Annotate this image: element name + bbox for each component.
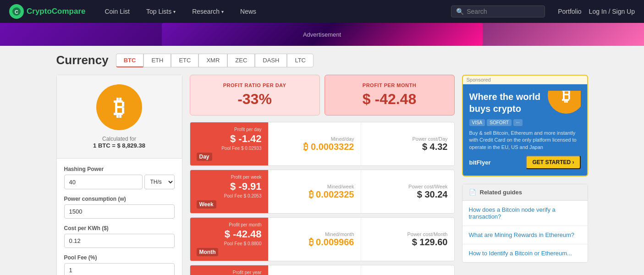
logo-text-compare: Compare (52, 7, 86, 16)
navbar: C CryptoCompare Coin List Top Lists ▾ Re… (0, 0, 644, 23)
day-tag: Day (197, 153, 212, 161)
power-consumption-label: Power consumption (w) (64, 196, 175, 202)
main-grid: ₿ Calculated for 1 BTC = $ 8,829.38 Hash… (56, 75, 588, 275)
ad-title-area: ₿ Where the world buys crypto (469, 91, 581, 119)
month-mined-label: Mined/month (275, 231, 354, 237)
month-mined-cell: Mined/month ₿ 0.009966 (268, 218, 361, 261)
currency-header: Currency BTC ETH ETC XMR ZEC DASH LTC (56, 53, 588, 67)
power-consumption-input[interactable] (64, 204, 175, 219)
coin-icon: ₿ (96, 84, 142, 130)
other-icons: ··· (513, 119, 523, 126)
coin-header: ₿ Calculated for 1 BTC = $ 8,829.38 (57, 75, 182, 159)
table-row: Profit per year $ -516.87 Pool Fee $ 10.… (190, 265, 455, 275)
search-bar: 🔍 (451, 6, 545, 17)
svg-text:C: C (15, 9, 18, 15)
calc-value: 1 BTC = $ 8,829.38 (93, 142, 145, 149)
left-panel: ₿ Calculated for 1 BTC = $ 8,829.38 Hash… (56, 75, 182, 275)
visa-icon: VISA (469, 119, 485, 126)
day-profit-value: $ -1.42 (197, 133, 262, 145)
month-profit-label: Profit per month (197, 222, 262, 227)
login-link[interactable]: Log In / Sign Up (589, 8, 635, 15)
hashing-power-label: Hashing Power (64, 166, 175, 172)
week-mined-value: ₿ 0.002325 (275, 189, 354, 200)
pool-fee-input[interactable] (64, 263, 175, 275)
day-power-cell: Power cost/Day $ 4.32 (361, 122, 454, 165)
month-power-value: $ 129.60 (368, 237, 448, 248)
logo-text-crypto: Crypto (27, 7, 52, 16)
hashing-power-group: Hashing Power TH/s GH/s MH/s (64, 166, 175, 189)
cost-kwh-label: Cost per KWh ($) (64, 225, 175, 231)
week-tag: Week (197, 200, 216, 209)
hashing-power-input[interactable] (64, 175, 143, 189)
ad-box[interactable]: Sponsored ₿ Where the world buys crypto … (462, 75, 588, 176)
year-profit-cell: Profit per year $ -516.87 Pool Fee $ 10.… (190, 265, 268, 275)
tab-ltc[interactable]: LTC (287, 54, 314, 67)
week-pool-fee: Pool Fee $ 0.2053 (197, 193, 262, 198)
page-title: Currency (56, 53, 109, 67)
logo-icon: C (9, 4, 24, 19)
month-tag: Month (197, 248, 219, 256)
nav-top-lists[interactable]: Top Lists ▾ (140, 0, 182, 23)
year-power-cell: Power cost/Year $ 1,576.80 (361, 265, 454, 275)
nav-top-lists-label: Top Lists (146, 8, 171, 15)
power-consumption-group: Power consumption (w) (64, 196, 175, 219)
week-power-label: Power cost/Week (368, 184, 448, 189)
nav-coin-list[interactable]: Coin List (98, 0, 136, 23)
chevron-down-icon: ▾ (173, 9, 176, 14)
year-profit-label: Profit per year (197, 270, 262, 275)
table-row: Profit per month $ -42.48 Pool Fee $ 0.8… (190, 217, 455, 261)
day-pool-fee: Pool Fee $ 0.02933 (197, 146, 262, 151)
ad-description: Buy & sell Bitcoin, Ethereum and more in… (469, 130, 581, 151)
tab-dash[interactable]: DASH (255, 54, 287, 67)
day-profit-label: Profit per day (197, 127, 262, 132)
profit-month-label: PROFIT PER MONTH (334, 82, 445, 88)
nav-research[interactable]: Research ▾ (186, 0, 230, 23)
btc-symbol: ₿ (114, 95, 125, 120)
cost-kwh-input[interactable] (64, 234, 175, 248)
week-profit-value: $ -9.91 (197, 181, 262, 192)
tab-etc[interactable]: ETC (171, 54, 198, 67)
list-item[interactable]: What are Mining Rewards in Ethereum? (462, 226, 588, 244)
table-row: Profit per week $ -9.91 Pool Fee $ 0.205… (190, 170, 455, 214)
logo[interactable]: C CryptoCompare (9, 4, 85, 19)
related-guides-header: 📄 Related guides (462, 184, 588, 201)
day-mined-cell: Mined/day ₿ 0.0003322 (268, 122, 361, 165)
ad-cta-button[interactable]: GET STARTED › (526, 155, 580, 169)
banner: Advertisement (0, 23, 644, 46)
right-panel: Sponsored ₿ Where the world buys crypto … (462, 75, 588, 275)
week-power-cell: Power cost/Week $ 30.24 (361, 170, 454, 213)
ad-payment-icons: VISA SOFORT ··· (469, 119, 581, 126)
tab-btc[interactable]: BTC (116, 54, 144, 67)
profit-month-value: $ -42.48 (334, 91, 445, 108)
day-power-label: Power cost/Day (368, 136, 448, 142)
profit-table: Profit per day $ -1.42 Pool Fee $ 0.0293… (190, 122, 455, 275)
logo-text: CryptoCompare (27, 7, 85, 16)
banner-text: Advertisement (303, 31, 341, 38)
ad-logo-row: bitFlyer GET STARTED › (469, 155, 581, 169)
tab-zec[interactable]: ZEC (227, 54, 255, 67)
profit-ratio-label: PROFIT RATIO PER DAY (199, 82, 310, 88)
profit-ratio-box: PROFIT RATIO PER DAY -33% (190, 75, 320, 116)
month-mined-value: ₿ 0.009966 (275, 237, 354, 248)
list-item[interactable]: How does a Bitcoin node verify a transac… (462, 201, 588, 226)
table-row: Profit per day $ -1.42 Pool Fee $ 0.0293… (190, 122, 455, 166)
currency-tabs: BTC ETH ETC XMR ZEC DASH LTC (116, 54, 314, 67)
tab-xmr[interactable]: XMR (198, 54, 227, 67)
profit-month-box: PROFIT PER MONTH $ -42.48 (325, 75, 455, 116)
page-content: Currency BTC ETH ETC XMR ZEC DASH LTC ₿ … (47, 46, 597, 275)
list-item[interactable]: How to Identify a Bitcoin or Ethereum... (462, 244, 588, 262)
nav-actions: Portfolio Log In / Sign Up (558, 8, 635, 15)
portfolio-link[interactable]: Portfolio (558, 8, 581, 15)
search-input[interactable] (467, 8, 540, 15)
pool-fee-group: Pool Fee (%) (64, 254, 175, 275)
nav-news[interactable]: News (234, 0, 263, 23)
mining-form: Hashing Power TH/s GH/s MH/s Power consu… (57, 159, 182, 275)
related-guides-box: 📄 Related guides How does a Bitcoin node… (462, 184, 588, 263)
year-mined-cell: Mined/year ₿ 0.1213 (268, 265, 361, 275)
bitflyer-logo: bitFlyer (469, 159, 491, 166)
hashing-power-unit-select[interactable]: TH/s GH/s MH/s (144, 175, 175, 189)
day-profit-cell: Profit per day $ -1.42 Pool Fee $ 0.0293… (190, 122, 268, 165)
tab-eth[interactable]: ETH (143, 54, 171, 67)
month-profit-value: $ -42.48 (197, 228, 262, 240)
document-icon: 📄 (469, 189, 476, 196)
